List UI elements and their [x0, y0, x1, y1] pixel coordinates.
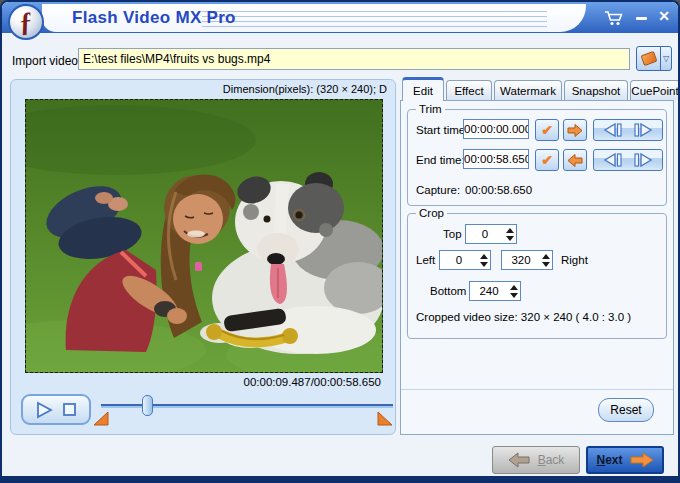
video-frame-image	[26, 100, 382, 372]
reset-button[interactable]: Reset	[598, 398, 654, 422]
title-bar: Flash Video MX Pro ✕	[2, 2, 678, 33]
crop-bottom-label: Bottom	[430, 285, 466, 297]
minimize-button[interactable]	[636, 17, 647, 20]
crop-top-stepper[interactable]: 0	[465, 224, 517, 244]
back-button[interactable]: Back	[492, 446, 580, 474]
trim-start-marker-icon[interactable]	[93, 411, 110, 426]
tab-cuepoint[interactable]: CuePoint	[630, 80, 680, 100]
dropdown-arrow-icon: ▽	[663, 54, 669, 63]
end-frame-step-control[interactable]	[593, 149, 663, 171]
crop-right-stepper[interactable]: 320	[501, 250, 553, 270]
goto-start-button[interactable]	[563, 119, 587, 141]
end-time-input[interactable]	[463, 149, 529, 169]
frame-forward-icon	[632, 153, 654, 167]
next-arrow-icon	[630, 452, 654, 468]
video-preview[interactable]	[25, 99, 383, 373]
arrow-left-icon	[567, 153, 583, 168]
flash-logo-icon: ƒ	[8, 4, 44, 40]
tab-watermark[interactable]: Watermark	[494, 80, 562, 100]
spinner-arrows-icon[interactable]	[508, 285, 520, 298]
tab-snapshot[interactable]: Snapshot	[564, 80, 628, 100]
crop-bottom-stepper[interactable]: 240	[469, 281, 521, 301]
cropped-size-text: Cropped video size: 320 × 240 ( 4.0 : 3.…	[416, 311, 631, 323]
start-time-input[interactable]	[463, 119, 529, 139]
cart-icon[interactable]	[604, 10, 626, 26]
play-button[interactable]	[35, 401, 54, 419]
capture-label: Capture:	[416, 184, 460, 196]
start-time-label: Start time:	[416, 124, 468, 136]
capture-value: 00:00:58.650	[465, 184, 532, 196]
frame-back-icon	[602, 123, 624, 137]
set-end-button[interactable]: ✔	[535, 149, 559, 171]
dimension-text: Dimension(pixels): (320 × 240); D	[223, 83, 387, 95]
spinner-arrows-icon[interactable]	[504, 228, 516, 241]
tab-edit[interactable]: Edit	[402, 77, 444, 101]
crop-group-label: Crop	[416, 207, 447, 219]
import-video-label: Import video:	[12, 54, 81, 68]
back-arrow-icon	[508, 452, 530, 468]
window-bottom-edge	[2, 476, 678, 483]
set-start-button[interactable]: ✔	[535, 119, 559, 141]
seek-slider-thumb[interactable]	[142, 395, 153, 416]
title-pinstripes	[202, 11, 547, 27]
stop-button[interactable]	[62, 402, 77, 417]
goto-end-button[interactable]	[563, 149, 587, 171]
frame-forward-icon	[632, 123, 654, 137]
folder-icon	[640, 51, 657, 66]
spinner-arrows-icon[interactable]	[540, 254, 552, 267]
app-window: Flash Video MX Pro ✕ ƒ Import video: ▽ D…	[0, 0, 680, 483]
end-time-label: End time:	[416, 154, 465, 166]
crop-top-label: Top	[443, 228, 462, 240]
playback-time-text: 00:00:09.487/00:00:58.650	[244, 376, 382, 388]
arrow-right-icon	[567, 123, 583, 138]
browse-button[interactable]: ▽	[636, 46, 672, 71]
spinner-arrows-icon[interactable]	[478, 254, 490, 267]
next-button[interactable]: Next	[586, 446, 664, 474]
check-icon: ✔	[541, 122, 553, 138]
tab-effect[interactable]: Effect	[446, 80, 492, 100]
frame-back-icon	[602, 153, 624, 167]
import-video-input[interactable]	[78, 48, 630, 70]
edit-tab-panel: Trim Start time: ✔ End time: ✔	[400, 100, 674, 435]
app-title: Flash Video MX Pro	[72, 8, 236, 28]
check-icon: ✔	[541, 152, 553, 168]
trim-group-label: Trim	[416, 103, 445, 115]
browse-dropdown[interactable]: ▽	[660, 47, 671, 70]
browse-main[interactable]	[637, 47, 660, 70]
crop-right-label: Right	[561, 254, 588, 266]
close-button[interactable]: ✕	[658, 8, 670, 24]
panel-divider	[401, 389, 673, 390]
crop-left-label: Left	[416, 254, 435, 266]
trim-end-marker-icon[interactable]	[376, 411, 393, 426]
start-frame-step-control[interactable]	[593, 119, 663, 141]
playback-controls	[21, 394, 91, 425]
preview-panel: Dimension(pixels): (320 × 240); D	[10, 79, 396, 435]
crop-left-stepper[interactable]: 0	[439, 250, 491, 270]
